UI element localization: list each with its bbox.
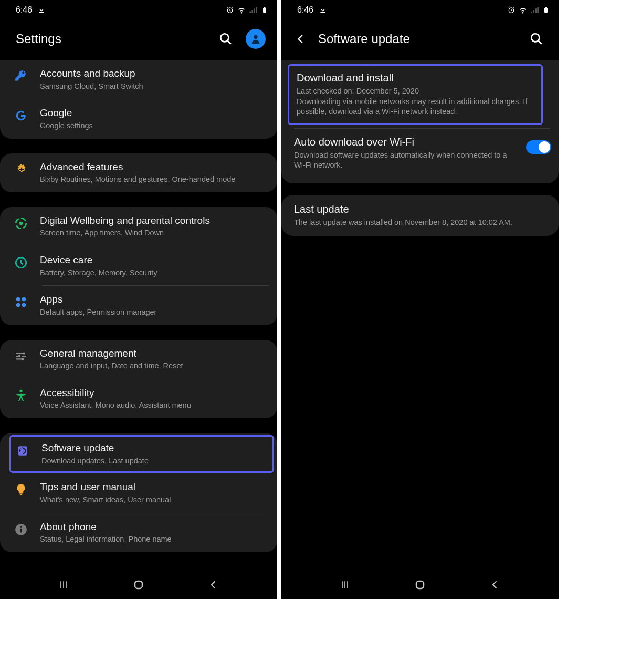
row-title: Accounts and backup [40, 67, 268, 80]
row-subtitle: Last checked on: December 5, 2020 Downlo… [297, 86, 534, 117]
software-update-list[interactable]: Download and install Last checked on: De… [281, 60, 559, 570]
settings-row-software-update[interactable]: Software update Download updates, Last u… [9, 435, 274, 473]
battery-icon [260, 6, 269, 14]
settings-row-apps[interactable]: Apps Default apps, Permission manager [0, 286, 277, 325]
back-button[interactable] [206, 577, 222, 593]
row-subtitle: Language and input, Date and time, Reset [40, 361, 268, 371]
svg-rect-22 [416, 581, 424, 588]
svg-point-9 [22, 297, 26, 302]
settings-row-device-care[interactable]: Device care Battery, Storage, Memory, Se… [0, 246, 277, 285]
svg-point-6 [19, 222, 23, 225]
row-title: Auto download over Wi-Fi [294, 136, 517, 148]
row-title: Last update [294, 203, 546, 215]
home-button[interactable] [131, 577, 146, 593]
settings-row-accounts-backup[interactable]: Accounts and backup Samsung Cloud, Smart… [0, 60, 277, 99]
recents-button[interactable] [337, 577, 353, 593]
row-subtitle: Voice Assistant, Mono audio, Assistant m… [40, 400, 268, 411]
svg-rect-19 [544, 8, 548, 13]
download-icon [37, 6, 46, 14]
info-icon [14, 523, 28, 539]
auto-download-toggle[interactable] [526, 140, 551, 154]
settings-row-accessibility[interactable]: Accessibility Voice Assistant, Mono audi… [0, 379, 277, 418]
settings-screen: 6:46 Settings Accounts and backup [0, 0, 277, 599]
apps-icon [14, 295, 28, 311]
svg-point-21 [531, 34, 539, 42]
update-group: Download and install Last checked on: De… [281, 60, 559, 183]
device-care-icon [14, 256, 28, 272]
home-button[interactable] [412, 577, 428, 593]
settings-group: Accounts and backup Samsung Cloud, Smart… [0, 60, 277, 139]
software-update-screen: 6:46 Software update Download and instal… [281, 0, 559, 599]
row-subtitle: Battery, Storage, Memory, Security [40, 268, 268, 278]
row-title: Accessibility [40, 387, 268, 400]
settings-row-google[interactable]: Google Google settings [0, 99, 277, 138]
alarm-icon [507, 6, 516, 14]
row-subtitle: Samsung Cloud, Smart Switch [40, 81, 268, 92]
wifi-icon [519, 6, 527, 14]
svg-rect-20 [545, 7, 547, 8]
search-button[interactable] [526, 28, 547, 49]
row-title: General management [40, 347, 268, 360]
svg-rect-1 [263, 8, 266, 13]
svg-rect-17 [135, 581, 142, 588]
back-button[interactable] [293, 31, 309, 47]
settings-row-general-management[interactable]: General management Language and input, D… [0, 340, 277, 379]
page-title: Settings [16, 32, 206, 46]
wifi-icon [237, 6, 246, 14]
auto-download-row[interactable]: Auto download over Wi-Fi Download softwa… [281, 129, 559, 179]
battery-icon [542, 6, 550, 14]
svg-point-3 [220, 34, 228, 42]
row-title: Device care [40, 254, 268, 267]
page-title: Software update [318, 32, 517, 46]
advanced-icon [14, 163, 28, 179]
last-update-row[interactable]: Last update The last update was installe… [281, 195, 559, 236]
settings-group: Digital Wellbeing and parental controls … [0, 207, 277, 325]
sliders-icon [14, 349, 28, 365]
nav-bar [0, 570, 277, 599]
settings-row-advanced-features[interactable]: Advanced features Bixby Routines, Motion… [0, 153, 277, 192]
row-subtitle: Download software updates automatically … [294, 150, 517, 171]
svg-rect-2 [264, 7, 266, 8]
download-install-row[interactable]: Download and install Last checked on: De… [288, 64, 543, 125]
profile-button[interactable] [246, 29, 266, 49]
back-button[interactable] [487, 577, 503, 593]
status-time: 6:46 [16, 5, 32, 15]
svg-rect-15 [20, 528, 22, 532]
search-button[interactable] [215, 28, 236, 49]
google-icon [14, 109, 28, 125]
key-icon [14, 69, 28, 85]
row-title: Tips and user manual [40, 481, 268, 494]
update-group: Last update The last update was installe… [281, 195, 559, 236]
row-title: Apps [40, 293, 268, 306]
svg-point-10 [16, 303, 20, 307]
row-title: Advanced features [40, 161, 268, 174]
settings-row-tips[interactable]: Tips and user manual What's new, Smart i… [0, 473, 277, 512]
svg-rect-16 [20, 526, 22, 527]
app-bar: Software update [281, 19, 559, 60]
status-time: 6:46 [297, 5, 313, 15]
settings-row-about-phone[interactable]: About phone Status, Legal information, P… [0, 513, 277, 552]
row-title: Software update [41, 442, 266, 455]
alarm-icon [226, 6, 234, 14]
accessibility-icon [14, 389, 28, 405]
nav-bar [281, 570, 559, 599]
settings-list[interactable]: Accounts and backup Samsung Cloud, Smart… [0, 60, 277, 570]
status-bar: 6:46 [281, 0, 559, 19]
settings-group: General management Language and input, D… [0, 340, 277, 419]
row-subtitle: Download updates, Last update [41, 456, 266, 467]
row-subtitle: What's new, Smart ideas, User manual [40, 495, 268, 505]
software-update-icon [16, 444, 29, 460]
svg-point-11 [22, 303, 26, 307]
recents-button[interactable] [56, 577, 71, 593]
row-subtitle: Screen time, App timers, Wind Down [40, 228, 268, 239]
signal-icon [530, 6, 539, 14]
svg-point-12 [19, 389, 22, 392]
row-title: Digital Wellbeing and parental controls [40, 214, 268, 228]
status-bar: 6:46 [0, 0, 277, 19]
row-title: Download and install [297, 72, 534, 84]
app-bar: Settings [0, 19, 277, 60]
row-subtitle: Google settings [40, 121, 268, 131]
row-subtitle: Default apps, Permission manager [40, 307, 268, 318]
settings-row-digital-wellbeing[interactable]: Digital Wellbeing and parental controls … [0, 207, 277, 246]
settings-group: Advanced features Bixby Routines, Motion… [0, 153, 277, 192]
